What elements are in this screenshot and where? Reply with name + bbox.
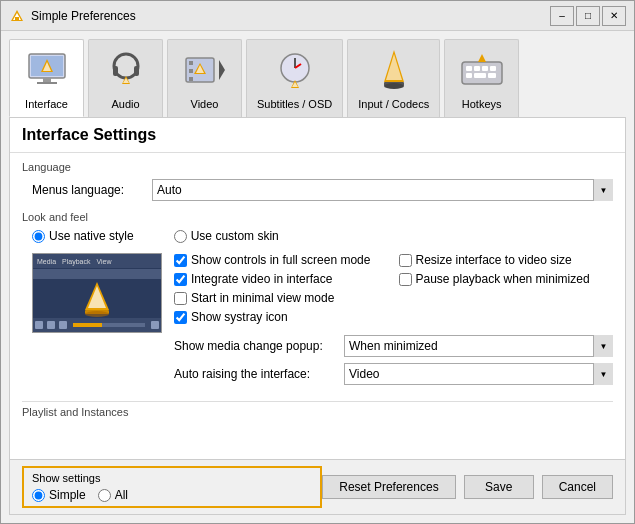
content-area: Interface Settings Language Menus langua…: [9, 117, 626, 460]
show-media-select[interactable]: When minimized: [344, 335, 613, 357]
show-settings-label: Show settings: [32, 472, 312, 484]
ctrl-btn-2: [47, 321, 55, 329]
svg-rect-5: [43, 78, 51, 82]
radio-simple-text: Simple: [49, 488, 86, 502]
checkboxes-columns: Show controls in full screen mode Integr…: [174, 253, 613, 329]
checkbox-systray[interactable]: [174, 311, 187, 324]
tab-audio[interactable]: Audio: [88, 39, 163, 117]
nav-tabs: Interface Audio: [1, 31, 634, 117]
maximize-button[interactable]: □: [576, 6, 600, 26]
radio-custom[interactable]: [174, 230, 187, 243]
tab-video[interactable]: Video: [167, 39, 242, 117]
tab-input[interactable]: Input / Codecs: [347, 39, 440, 117]
checkbox-minimal[interactable]: [174, 292, 187, 305]
show-media-row: Show media change popup: When minimized …: [174, 335, 613, 357]
svg-rect-17: [189, 69, 193, 73]
language-section: Language Menus language: Auto ▼: [22, 161, 613, 201]
subtitles-icon: [271, 46, 319, 94]
menus-language-label: Menus language:: [32, 183, 152, 197]
checkbox-integrate-label[interactable]: Integrate video in interface: [174, 272, 389, 286]
close-button[interactable]: ✕: [602, 6, 626, 26]
tab-subtitles-label: Subtitles / OSD: [257, 98, 332, 110]
menus-language-select[interactable]: Auto: [152, 179, 613, 201]
content-scroll: Language Menus language: Auto ▼: [10, 153, 625, 459]
minimize-button[interactable]: –: [550, 6, 574, 26]
main-window: Simple Preferences – □ ✕: [0, 0, 635, 524]
radio-custom-label[interactable]: Use custom skin: [174, 229, 279, 243]
tab-interface-label: Interface: [25, 98, 68, 110]
auto-raise-dropdown-wrapper: Video ▼: [344, 363, 613, 385]
progress-fill: [73, 323, 102, 327]
show-media-label: Show media change popup:: [174, 339, 344, 353]
ctrl-btn-4: [151, 321, 159, 329]
preview-menu-3: View: [96, 258, 111, 265]
svg-rect-32: [474, 66, 480, 71]
radio-simple-label[interactable]: Simple: [32, 488, 86, 502]
style-radio-row: Use native style Use custom skin: [32, 229, 613, 243]
checkbox-integrate[interactable]: [174, 273, 187, 286]
svg-rect-36: [474, 73, 486, 78]
hotkeys-icon: [458, 46, 506, 94]
auto-raise-select[interactable]: Video: [344, 363, 613, 385]
show-settings-radios: Simple All: [32, 488, 312, 502]
preview-menu-1: Media: [37, 258, 56, 265]
radio-all[interactable]: [98, 489, 111, 502]
svg-rect-33: [482, 66, 488, 71]
menus-language-dropdown-wrapper: Auto ▼: [152, 179, 613, 201]
interface-icon: [23, 46, 71, 94]
radio-native[interactable]: [32, 230, 45, 243]
checkbox-pause[interactable]: [399, 273, 412, 286]
checkbox-fullscreen-label[interactable]: Show controls in full screen mode: [174, 253, 389, 267]
show-settings-box: Show settings Simple All: [22, 466, 322, 508]
radio-native-label[interactable]: Use native style: [32, 229, 134, 243]
audio-icon: [102, 46, 150, 94]
vlc-cone-preview-icon: [81, 280, 113, 318]
checkbox-systray-label[interactable]: Show systray icon: [174, 310, 389, 324]
menus-language-row: Menus language: Auto ▼: [32, 179, 613, 201]
look-feel-title: Look and feel: [22, 211, 613, 223]
svg-marker-15: [219, 60, 225, 80]
content-body: Language Menus language: Auto ▼: [10, 153, 625, 459]
bottom-bar: Show settings Simple All Reset Preferenc…: [9, 460, 626, 515]
tab-interface[interactable]: Interface: [9, 39, 84, 117]
input-icon: [370, 46, 418, 94]
checkbox-minimal-label[interactable]: Start in minimal view mode: [174, 291, 389, 305]
svg-rect-10: [113, 66, 118, 76]
svg-rect-2: [15, 17, 19, 20]
vlc-preview: Media Playback View: [32, 253, 162, 333]
svg-rect-11: [134, 66, 139, 76]
checkbox-pause-label[interactable]: Pause playback when minimized: [399, 272, 614, 286]
checkbox-resize-label[interactable]: Resize interface to video size: [399, 253, 614, 267]
reset-button[interactable]: Reset Preferences: [322, 475, 455, 499]
ctrl-btn-1: [35, 321, 43, 329]
radio-all-label[interactable]: All: [98, 488, 128, 502]
look-feel-content: Use native style Use custom skin: [22, 229, 613, 391]
svg-rect-31: [466, 66, 472, 71]
svg-rect-16: [189, 61, 193, 65]
svg-rect-6: [37, 82, 57, 84]
checkbox-minimal-text: Start in minimal view mode: [191, 291, 334, 305]
preview-content: [33, 280, 161, 318]
preview-area: Media Playback View: [32, 253, 613, 391]
cancel-button[interactable]: Cancel: [542, 475, 613, 499]
look-feel-section: Look and feel Use native style Use custo…: [22, 211, 613, 391]
tab-hotkeys[interactable]: Hotkeys: [444, 39, 519, 117]
title-bar-controls: – □ ✕: [550, 6, 626, 26]
tab-subtitles[interactable]: Subtitles / OSD: [246, 39, 343, 117]
playlist-title: Playlist and Instances: [22, 406, 613, 418]
radio-simple[interactable]: [32, 489, 45, 502]
checkbox-resize[interactable]: [399, 254, 412, 267]
svg-rect-18: [189, 77, 193, 81]
checkbox-fullscreen[interactable]: [174, 254, 187, 267]
content-header: Interface Settings: [10, 118, 625, 153]
radio-native-text: Use native style: [49, 229, 134, 243]
auto-raise-row: Auto raising the interface: Video ▼: [174, 363, 613, 385]
save-button[interactable]: Save: [464, 475, 534, 499]
auto-raise-label: Auto raising the interface:: [174, 367, 344, 381]
svg-rect-34: [490, 66, 496, 71]
title-bar-text: Simple Preferences: [31, 9, 550, 23]
radio-custom-text: Use custom skin: [191, 229, 279, 243]
video-icon: [181, 46, 229, 94]
checkbox-resize-text: Resize interface to video size: [416, 253, 572, 267]
checkbox-systray-text: Show systray icon: [191, 310, 288, 324]
